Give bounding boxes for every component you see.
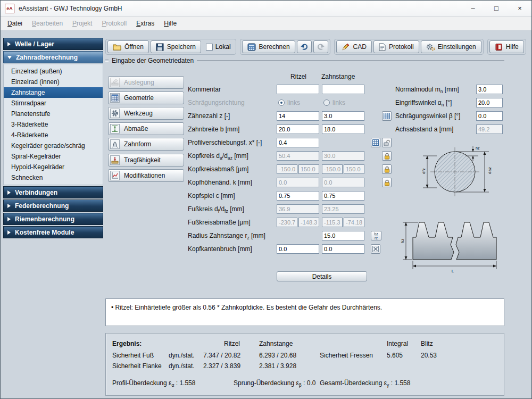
schraegungswinkel-input[interactable] [476, 111, 503, 121]
tragfaehigkeit-label: Tragfähigkeit [124, 156, 161, 164]
menu-datei[interactable]: Datei [3, 18, 27, 29]
kopfkreisabmass-zahnstange-unteres-input [322, 164, 343, 174]
radio-links-ritzel[interactable] [278, 99, 285, 106]
radio-links-zahnstange [323, 99, 330, 106]
sidebar-item-einzelrad-innen[interactable]: Einzelrad (innen) [4, 77, 103, 87]
sidebar-item-einzelrad-aussen[interactable]: Einzelrad (außen) [4, 66, 103, 77]
section-label: Kostenfreie Module [15, 229, 74, 236]
profilverschiebung-table-button[interactable] [371, 138, 380, 147]
profilverschiebung-ritzel-input[interactable] [277, 138, 319, 147]
fusskreis-ritzel-input [277, 204, 319, 214]
warning-text: • Ritzel: Einhärtetiefe größer als 0.56 … [111, 304, 382, 311]
kommentar-zahnstange-input[interactable] [322, 85, 364, 94]
label-fusskreis: Fußkreis df/dfz [mm] [188, 204, 244, 214]
dfz-dimension-label: dfz [421, 168, 426, 174]
kopfkantenbruch-zahnstange-input[interactable] [322, 244, 364, 254]
menu-projekt: Projekt [68, 18, 97, 29]
sidebar-section-zahnradberechnung[interactable]: Zahnradberechnung [3, 51, 103, 63]
kopfspiel-zahnstange-input[interactable] [322, 191, 364, 201]
hz-rz-toggle-button[interactable]: hzrz [371, 231, 381, 240]
zaehnezahl-ritzel-input[interactable] [277, 111, 319, 121]
menu-extras[interactable]: Extras [131, 18, 159, 29]
zaehnezahl-zahnstange-input[interactable] [322, 111, 364, 121]
results-header-integral: Integral [387, 340, 408, 347]
settings-button[interactable]: Einstellungen [421, 40, 481, 53]
details-button[interactable]: Details [277, 271, 367, 281]
sidebar-item-hypoid-kegelraeder[interactable]: Hypoid-Kegelräder [4, 162, 103, 172]
app-window: eA eAssistant - GWJ Technology GmbH – □ … [0, 0, 532, 399]
open-button[interactable]: Öffnen [107, 40, 149, 53]
zahnform-button[interactable]: Zahnform [108, 138, 184, 151]
overlap-profil: Profil-Überdeckung εα : 1.558 [112, 379, 195, 388]
eingriffswinkel-input[interactable] [476, 98, 503, 107]
cad-label: CAD [353, 43, 367, 51]
length-dimension-label: L [452, 269, 454, 273]
toolbar-group-calc: Berechnen [240, 39, 330, 55]
sidebar-section-welle-lager[interactable]: Welle / Lager [3, 38, 103, 50]
achsabstand-input [476, 124, 503, 134]
abmasse-icon [110, 124, 120, 134]
sidebar-item-spiral-kegelraeder[interactable]: Spiral-Kegelräder [4, 151, 103, 162]
sidebar-item-schnecken[interactable]: Schnecken [4, 172, 103, 183]
hz-dimension-label: hz [400, 239, 405, 243]
normalmodul-input[interactable] [476, 85, 503, 94]
menubar: Datei Bearbeiten Projekt Protokoll Extra… [1, 16, 531, 30]
sidebar-section-federberechnung[interactable]: Federberechnung [3, 200, 103, 212]
content-area: Welle / Lager Zahnradberechnung Einzelra… [1, 30, 531, 399]
kopfhoehenaend-zahnstange-input [322, 178, 364, 187]
overlap-profil-label: Profil-Überdeckung εα : [112, 379, 178, 387]
protocol-button[interactable]: Protokoll [373, 40, 419, 53]
kopfkreisabmass-lock-button[interactable] [382, 164, 392, 174]
zahnbreite-zahnstange-input[interactable] [322, 124, 364, 134]
profilverschiebung-lock-button[interactable] [382, 138, 392, 147]
abmasse-button[interactable]: Abmaße [108, 122, 184, 135]
radio-links-zahnstange-label: links [332, 98, 345, 107]
modifikationen-button[interactable]: Modifikationen [108, 169, 184, 182]
kopfkreis-lock-button[interactable] [382, 151, 392, 161]
local-checkbox[interactable]: Lokal [203, 43, 234, 51]
sidebar-section-verbindungen[interactable]: Verbindungen [3, 186, 103, 198]
results-title: Ergebnis: [112, 340, 142, 347]
radius-zahnstange-input[interactable] [322, 231, 364, 240]
abmasse-label: Abmaße [124, 125, 148, 132]
label-schraegungsrichtung: Schrägungsrichtung [188, 98, 245, 107]
sidebar-item-kegelraeder[interactable]: Kegelräder gerade/schräg [4, 140, 103, 151]
close-button[interactable]: × [508, 1, 531, 16]
checkbox-icon[interactable] [206, 44, 213, 51]
maximize-button[interactable]: □ [485, 1, 508, 16]
tragfaehigkeit-button[interactable]: Tragfähigkeit [108, 154, 184, 167]
kommentar-ritzel-input[interactable] [277, 85, 319, 94]
kopfhoehenaend-lock-button[interactable] [382, 178, 392, 187]
fusskreisabmass-ritzel-oberes-input [298, 218, 319, 227]
zaehnezahl-table-button[interactable] [382, 111, 392, 121]
label-zaehnezahl: Zähnezahl z [-] [188, 111, 230, 121]
column-header-zahnstange: Zahnstange [321, 73, 355, 80]
sidebar-item-4-raederkette[interactable]: 4-Räderkette [4, 130, 103, 140]
sidebar-item-3-raederkette[interactable]: 3-Räderkette [4, 119, 103, 130]
help-button[interactable]: Hilfe [489, 40, 524, 53]
kopfkantenbruch-option-button[interactable] [371, 244, 380, 254]
column-header-ritzel: Ritzel [290, 73, 306, 80]
werkzeug-button[interactable]: Werkzeug [108, 107, 184, 120]
sidebar-section-kostenfreie-module[interactable]: Kostenfreie Module [3, 226, 103, 238]
result-fressen-integral: 5.605 [387, 352, 403, 359]
save-button[interactable]: Speichern [151, 40, 201, 53]
sidebar-item-stirnradpaar[interactable]: Stirnradpaar [4, 98, 103, 109]
gear-icon [426, 43, 435, 51]
undo-button[interactable] [297, 40, 312, 53]
lock-open-icon [384, 139, 390, 146]
zahnbreite-ritzel-input[interactable] [277, 124, 319, 134]
kopfspiel-ritzel-input[interactable] [277, 191, 319, 201]
menu-hilfe[interactable]: Hilfe [159, 18, 181, 29]
toolbar-group-file: Öffnen Speichern Lokal [105, 39, 236, 55]
geometrie-button[interactable]: Geometrie [108, 92, 184, 104]
results-panel: Ergebnis: Ritzel Zahnstange Integral Bli… [105, 333, 504, 396]
cad-button[interactable]: CAD [336, 40, 372, 53]
sidebar-item-zahnstange[interactable]: Zahnstange [4, 87, 103, 98]
kopfkantenbruch-ritzel-input[interactable] [277, 244, 319, 254]
sidebar-section-riemenberechnung[interactable]: Riemenberechnung [3, 213, 103, 225]
calculate-button[interactable]: Berechnen [242, 40, 295, 53]
minimize-button[interactable]: – [461, 1, 485, 16]
lock-closed-icon [384, 166, 390, 173]
sidebar-item-planetenstufe[interactable]: Planetenstufe [4, 109, 103, 119]
